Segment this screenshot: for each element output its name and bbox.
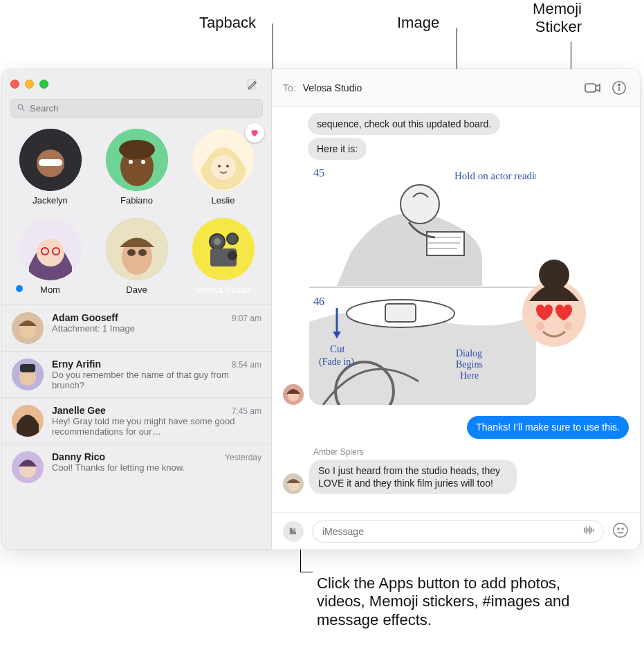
- message-input-wrapper[interactable]: [312, 520, 604, 543]
- svg-text:Hold on actor reading: Hold on actor reading: [454, 170, 536, 181]
- svg-text:Dialog: Dialog: [456, 348, 482, 359]
- message-in: sequence, check out this updated board.: [308, 113, 500, 135]
- message-out: Thanks! I’ll make sure to use this.: [467, 416, 629, 438]
- search-input[interactable]: [30, 103, 257, 114]
- messages-window: Jackelyn Fabiano: [2, 69, 640, 550]
- conversation-item[interactable]: Janelle Gee 7:45 am Hey! Gray told me yo…: [2, 397, 271, 444]
- conv-preview: Attachment: 1 Image: [52, 323, 261, 334]
- conv-time: 7:45 am: [232, 406, 261, 416]
- svg-line-2: [22, 109, 24, 111]
- audio-waveform-icon[interactable]: [581, 525, 596, 537]
- input-row: [272, 512, 640, 550]
- image-attachment[interactable]: 45 Hold on actor reading 46 Cut (Fade in…: [309, 163, 536, 405]
- conv-time: 9:07 am: [232, 314, 261, 323]
- svg-point-28: [228, 251, 237, 260]
- conv-preview: Do you remember the name of that guy fro…: [52, 370, 261, 390]
- pinned-velosa-studio[interactable]: Velosa Studio: [186, 218, 260, 295]
- pinned-mom[interactable]: Mom: [13, 218, 87, 295]
- callout-image: Image: [397, 14, 439, 32]
- svg-rect-33: [20, 364, 35, 372]
- conv-preview: Cool! Thanks for letting me know.: [52, 462, 261, 473]
- emoji-picker-button[interactable]: [612, 522, 629, 541]
- conv-time: Yesterday: [225, 453, 261, 462]
- svg-point-13: [218, 165, 221, 167]
- compose-button[interactable]: [243, 75, 263, 94]
- svg-text:Here: Here: [460, 370, 479, 381]
- conv-preview: Hey! Gray told me you might have some go…: [52, 416, 261, 437]
- close-window[interactable]: [10, 80, 19, 89]
- svg-rect-47: [427, 232, 464, 255]
- conv-name: Adam Gooseff: [52, 312, 118, 323]
- svg-point-10: [141, 160, 145, 164]
- svg-point-8: [119, 140, 155, 159]
- sender-avatar[interactable]: [283, 384, 304, 405]
- message-in: Here it is:: [308, 138, 367, 160]
- pinned-leslie[interactable]: Leslie: [186, 129, 260, 206]
- details-button[interactable]: [609, 78, 629, 98]
- sender-name: Amber Spiers: [313, 447, 629, 457]
- tapback-heart[interactable]: [245, 123, 264, 143]
- conversation-header: To: Velosa Studio: [272, 69, 640, 107]
- svg-text:46: 46: [313, 296, 324, 307]
- to-label: To:: [283, 82, 296, 93]
- svg-point-41: [618, 84, 620, 85]
- svg-rect-5: [39, 159, 62, 166]
- zoom-window[interactable]: [39, 80, 48, 89]
- conversation-item[interactable]: Adam Gooseff 9:07 am Attachment: 1 Image: [2, 305, 271, 351]
- search-field[interactable]: [10, 99, 263, 118]
- pin-label: Jackelyn: [33, 195, 68, 206]
- svg-point-75: [614, 523, 627, 537]
- svg-point-14: [226, 165, 229, 167]
- svg-point-46: [401, 185, 439, 224]
- svg-point-12: [211, 155, 236, 180]
- conversation-item[interactable]: Erny Arifin 8:54 am Do you remember the …: [2, 351, 271, 397]
- titlebar: [2, 69, 271, 99]
- pinned-fabiano[interactable]: Fabiano: [100, 129, 174, 206]
- callout-apps: Click the Apps button to add photos, vid…: [317, 574, 607, 629]
- search-icon: [17, 103, 26, 114]
- svg-rect-38: [585, 84, 596, 92]
- svg-text:45: 45: [313, 167, 324, 179]
- svg-point-26: [227, 233, 238, 244]
- pin-label: Mom: [40, 284, 60, 295]
- svg-text:Cut: Cut: [330, 343, 346, 354]
- window-controls: [10, 80, 48, 89]
- svg-point-1: [18, 105, 23, 109]
- svg-point-65: [564, 322, 572, 330]
- pin-label: Dave: [126, 284, 147, 295]
- pinned-grid: Jackelyn Fabiano: [2, 125, 271, 305]
- conv-time: 8:54 am: [232, 360, 261, 370]
- svg-point-21: [127, 249, 136, 256]
- svg-point-16: [37, 239, 64, 266]
- svg-point-9: [129, 160, 133, 164]
- pinned-dave[interactable]: Dave: [100, 218, 174, 295]
- conversation-list: Adam Gooseff 9:07 am Attachment: 1 Image…: [2, 305, 271, 550]
- conv-name: Erny Arifin: [52, 359, 101, 370]
- apps-button[interactable]: [283, 521, 304, 542]
- sidebar: Jackelyn Fabiano: [2, 69, 272, 550]
- svg-text:(Fade in): (Fade in): [319, 356, 354, 368]
- conversation-item[interactable]: Danny Rico Yesterday Cool! Thanks for le…: [2, 444, 271, 490]
- facetime-button[interactable]: [583, 78, 602, 98]
- callout-tapback: Tapback: [199, 14, 256, 32]
- svg-point-64: [536, 322, 544, 330]
- to-value: Velosa Studio: [303, 82, 362, 93]
- sender-avatar[interactable]: [283, 473, 304, 494]
- conv-name: Danny Rico: [52, 451, 105, 462]
- pin-label: Leslie: [212, 195, 235, 206]
- memoji-sticker[interactable]: [510, 260, 598, 348]
- svg-point-25: [214, 238, 221, 245]
- message-in: So I just heard from the studio heads, t…: [309, 460, 517, 494]
- message-thread[interactable]: sequence, check out this updated board. …: [272, 107, 640, 512]
- svg-point-77: [622, 528, 623, 529]
- callout-memoji: Memoji Sticker: [533, 0, 582, 37]
- svg-rect-52: [385, 304, 416, 322]
- pin-label: Fabiano: [120, 195, 153, 206]
- message-input[interactable]: [322, 526, 577, 537]
- svg-point-22: [138, 249, 147, 256]
- svg-text:Begins: Begins: [456, 359, 483, 370]
- svg-point-76: [618, 528, 619, 529]
- pinned-jackelyn[interactable]: Jackelyn: [13, 129, 87, 206]
- minimize-window[interactable]: [25, 80, 34, 89]
- conv-name: Janelle Gee: [52, 405, 106, 416]
